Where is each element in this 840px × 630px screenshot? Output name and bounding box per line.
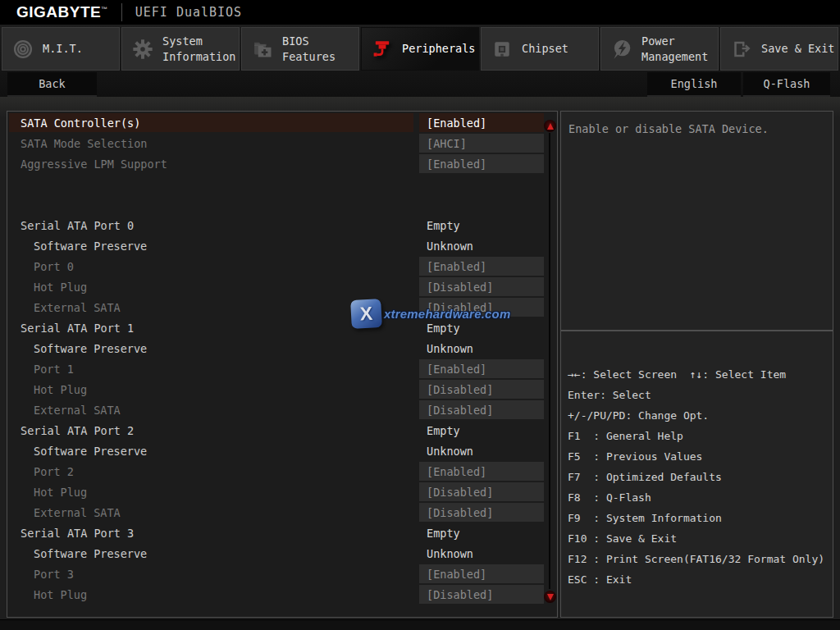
tab-label: Power Management: [641, 34, 718, 63]
setting-row[interactable]: SATA Mode Selection[AHCI]: [7, 133, 557, 153]
setting-label: Software Preserve: [9, 441, 413, 460]
setting-value[interactable]: [Disabled]: [419, 400, 544, 419]
setting-row[interactable]: Serial ATA Port 0Empty: [7, 215, 557, 235]
up-triangle-icon: [547, 123, 554, 130]
setting-row[interactable]: Software PreserveUnknown: [7, 338, 557, 358]
setting-row[interactable]: Hot Plug[Disabled]: [7, 379, 557, 399]
setting-value[interactable]: [Disabled]: [419, 503, 544, 522]
setting-row[interactable]: Port 3[Enabled]: [7, 564, 557, 584]
setting-row[interactable]: Software PreserveUnknown: [7, 543, 557, 564]
qflash-button[interactable]: Q-Flash: [743, 72, 830, 97]
setting-label: Serial ATA Port 3: [9, 523, 413, 542]
setting-label: SATA Controller(s): [9, 113, 413, 132]
setting-value[interactable]: [Enabled]: [419, 257, 544, 276]
tab-bar: M.I.T.System InformationBIOS FeaturesPer…: [2, 27, 838, 71]
setting-value: Empty: [419, 318, 544, 337]
setting-value[interactable]: [Disabled]: [419, 380, 544, 399]
setting-value[interactable]: [AHCI]: [419, 134, 544, 153]
settings-panel: SATA Controller(s)[Enabled]SATA Mode Sel…: [7, 111, 558, 618]
scroll-up-arrow[interactable]: [544, 120, 556, 132]
setting-label: Software Preserve: [9, 339, 413, 358]
tab-bios-features[interactable]: BIOS Features: [241, 27, 359, 71]
language-button[interactable]: English: [647, 72, 741, 97]
key-help-line: F12 : Print Screen(FAT16/32 Format Only): [568, 549, 833, 569]
back-button[interactable]: Back: [7, 72, 97, 97]
setting-label: External SATA: [9, 400, 413, 419]
setting-value[interactable]: [Disabled]: [419, 585, 544, 604]
setting-value[interactable]: [Enabled]: [419, 564, 544, 583]
setting-row[interactable]: Serial ATA Port 3Empty: [7, 523, 557, 543]
down-triangle-icon: [547, 594, 554, 600]
setting-row[interactable]: External SATA[Disabled]: [7, 502, 557, 523]
scroll-down-arrow[interactable]: [544, 591, 556, 603]
setting-label: Hot Plug: [9, 277, 413, 296]
setting-label: Port 1: [9, 359, 413, 378]
setting-value[interactable]: [Enabled]: [419, 113, 544, 132]
bios-screen: { "brand": { "logo": "GIGABYTE", "tm": "…: [0, 0, 840, 630]
setting-value: Unknown: [419, 544, 544, 563]
power-bolt-icon: [610, 38, 633, 61]
setting-label: Software Preserve: [9, 236, 413, 255]
setting-row[interactable]: Port 0[Enabled]: [7, 256, 557, 276]
setting-label: Serial ATA Port 1: [9, 318, 413, 337]
tab-chipset[interactable]: Chipset: [481, 27, 599, 71]
setting-value[interactable]: [Disabled]: [419, 482, 544, 501]
setting-row[interactable]: Serial ATA Port 1Empty: [7, 317, 557, 338]
setting-value[interactable]: [Enabled]: [419, 462, 544, 481]
setting-row[interactable]: Hot Plug[Disabled]: [7, 584, 557, 605]
key-help-line: F5 : Previous Values: [568, 446, 833, 467]
tab-label: M.I.T.: [43, 41, 83, 56]
keys-panel: →←: Select Screen ↑↓: Select ItemEnter: …: [560, 331, 833, 618]
setting-row[interactable]: Software PreserveUnknown: [7, 441, 557, 461]
setting-row[interactable]: Hot Plug[Disabled]: [7, 276, 557, 297]
tab-save-exit[interactable]: Save & Exit: [720, 27, 838, 71]
setting-label: SATA Mode Selection: [9, 134, 413, 153]
setting-label: External SATA: [9, 503, 413, 522]
setting-row[interactable]: Aggressive LPM Support[Enabled]: [7, 153, 557, 174]
setting-label: External SATA: [9, 298, 413, 317]
setting-value: Unknown: [419, 441, 544, 460]
key-help-list: →←: Select Screen ↑↓: Select ItemEnter: …: [568, 364, 833, 590]
setting-value: Empty: [419, 523, 544, 542]
setting-row[interactable]: External SATA[Disabled]: [7, 399, 557, 420]
setting-value[interactable]: [Enabled]: [419, 154, 544, 173]
setting-row[interactable]: Port 2[Enabled]: [7, 461, 557, 482]
setting-row[interactable]: SATA Controller(s)[Enabled]: [7, 112, 557, 133]
tab-label: BIOS Features: [282, 34, 358, 63]
setting-label: Serial ATA Port 2: [9, 421, 413, 440]
setting-label: Software Preserve: [9, 544, 413, 563]
setting-value[interactable]: [Enabled]: [419, 359, 544, 378]
setting-row[interactable]: Software PreserveUnknown: [7, 235, 557, 256]
setting-label: Port 3: [9, 564, 413, 583]
help-panel: Enable or disable SATA Device.: [560, 111, 833, 331]
setting-row[interactable]: Hot Plug[Disabled]: [7, 482, 557, 502]
trademark-symbol: ™: [101, 6, 108, 13]
gear-icon: [131, 38, 154, 61]
setting-row[interactable]: Serial ATA Port 2Empty: [7, 420, 557, 441]
scrollbar-track[interactable]: [549, 133, 550, 589]
setting-value[interactable]: [Disabled]: [419, 277, 544, 296]
topbar-divider: [121, 3, 122, 21]
chipset-chip-icon: [491, 38, 514, 61]
key-help-line: F10 : Save & Exit: [568, 528, 833, 549]
key-help-line: F7 : Optimized Defaults: [568, 467, 833, 487]
spacer-row: [7, 174, 557, 194]
setting-row[interactable]: External SATA[Disabled]: [7, 297, 557, 317]
setting-label: Hot Plug: [9, 585, 413, 604]
settings-list: SATA Controller(s)[Enabled]SATA Mode Sel…: [7, 112, 557, 605]
tab-label: System Information: [162, 34, 239, 63]
bottom-strip: [0, 619, 840, 630]
tab-label: Save & Exit: [761, 41, 834, 56]
tab-peripherals[interactable]: Peripherals: [361, 27, 479, 71]
key-help-line: +/-/PU/PD: Change Opt.: [568, 405, 833, 426]
tab-system-information[interactable]: System Information: [121, 27, 240, 71]
setting-label: Port 0: [9, 257, 413, 276]
tab-power-management[interactable]: Power Management: [600, 27, 719, 71]
key-help-line: Enter: Select: [568, 385, 833, 405]
tab-m-i-t[interactable]: M.I.T.: [2, 27, 120, 71]
setting-label: Port 2: [9, 462, 413, 481]
setting-value: Unknown: [419, 339, 544, 358]
setting-value: Empty: [419, 421, 544, 440]
setting-row[interactable]: Port 1[Enabled]: [7, 358, 557, 379]
setting-value[interactable]: [Disabled]: [419, 298, 544, 317]
